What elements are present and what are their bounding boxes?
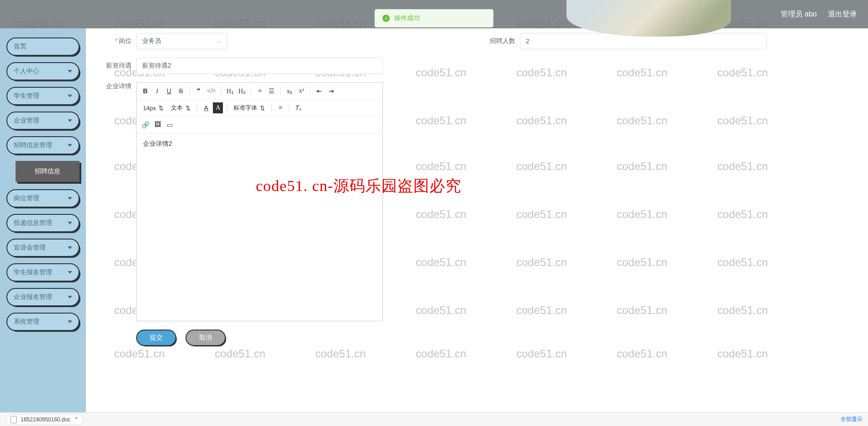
sidebar-item-label: 学生报名管理 — [14, 268, 52, 277]
updown-icon: ⇅ — [159, 105, 164, 112]
show-all-downloads[interactable]: 全部显示 — [841, 415, 863, 423]
sidebar-item-label: 招聘信息管理 — [14, 141, 52, 149]
user-label[interactable]: 管理员 abo — [781, 10, 817, 19]
position-label: 岗位 — [100, 37, 132, 45]
sidebar-item-profile[interactable]: 个人中心 — [6, 62, 79, 80]
underline-icon[interactable]: U — [164, 85, 174, 96]
sidebar: 首页 个人中心 学生管理 企业管理 招聘信息管理 招聘信息 岗位管理 投递信息管… — [0, 28, 86, 426]
chevron-down-icon — [68, 119, 72, 122]
ordered-list-icon[interactable]: ≡ — [255, 85, 265, 96]
position-select[interactable]: 业务员 ⌄ — [136, 33, 228, 49]
sidebar-item-label: 个人中心 — [14, 67, 39, 75]
download-bar: 1652240950160.doc ⌃ 全部显示 — [0, 412, 868, 426]
main-form: 岗位 业务员 ⌄ 招聘人数 薪资待遇 企业详情 B I U S ❞ </> — [86, 28, 868, 412]
chevron-up-icon: ⌃ — [74, 416, 79, 423]
headcount-label: 招聘人数 — [483, 37, 515, 45]
sidebar-item-label: 企业报名管理 — [14, 293, 52, 301]
sidebar-item-system-mgmt[interactable]: 系统管理 — [6, 313, 79, 331]
sidebar-item-label: 首页 — [14, 43, 26, 51]
sidebar-item-lecture-mgmt[interactable]: 宣讲会管理 — [6, 239, 79, 257]
font-color-icon[interactable]: A — [201, 102, 211, 113]
unordered-list-icon[interactable]: ☰ — [267, 85, 277, 96]
logout-link[interactable]: 退出登录 — [828, 10, 857, 19]
image-icon[interactable]: 🖼 — [153, 119, 163, 130]
strikethrough-icon[interactable]: S — [176, 85, 186, 96]
editor-toolbar: B I U S ❞ </> H₁ H₂ ≡ ☰ x₂ x² ⇤ ⇥ — [137, 83, 382, 100]
subscript-icon[interactable]: x₂ — [285, 85, 295, 96]
h2-icon[interactable]: H₂ — [237, 85, 247, 96]
chevron-down-icon — [68, 70, 72, 73]
sidebar-item-position-mgmt[interactable]: 岗位管理 — [6, 189, 79, 208]
italic-icon[interactable]: I — [152, 85, 162, 96]
code-icon[interactable]: </> — [206, 85, 217, 96]
download-filename: 1652240950160.doc — [21, 416, 70, 423]
toolbar-separator — [227, 104, 227, 112]
salary-label: 薪资待遇 — [100, 62, 132, 70]
fontsize-select[interactable]: 14px ⇅ — [140, 105, 166, 112]
toolbar-separator — [310, 87, 311, 95]
submit-button[interactable]: 提交 — [136, 330, 176, 346]
bg-color-icon[interactable]: A — [213, 102, 223, 113]
sidebar-item-label: 系统管理 — [14, 318, 39, 326]
sidebar-item-delivery-mgmt[interactable]: 投递信息管理 — [6, 214, 79, 232]
sidebar-item-label: 学生管理 — [14, 92, 39, 100]
fontfamily-select[interactable]: 标准字体 ⇅ — [231, 104, 268, 112]
updown-icon: ⇅ — [260, 105, 265, 112]
chevron-down-icon — [68, 197, 72, 200]
position-select-value: 业务员 — [142, 37, 161, 45]
superscript-icon[interactable]: x² — [296, 85, 307, 96]
sidebar-item-label: 宣讲会管理 — [14, 244, 46, 252]
rich-text-editor: B I U S ❞ </> H₁ H₂ ≡ ☰ x₂ x² ⇤ ⇥ — [136, 82, 383, 321]
h1-icon[interactable]: H₁ — [225, 85, 235, 96]
sidebar-item-label: 岗位管理 — [14, 194, 39, 202]
chevron-down-icon — [68, 320, 72, 323]
sidebar-subitem-recruit-info[interactable]: 招聘信息 — [16, 161, 79, 182]
sidebar-item-student-signup-mgmt[interactable]: 学生报名管理 — [6, 263, 79, 282]
sidebar-item-label: 企业管理 — [14, 117, 39, 125]
editor-body[interactable]: 企业详情2 — [137, 133, 382, 321]
outdent-icon[interactable]: ⇥ — [326, 85, 336, 96]
sidebar-subitem-label: 招聘信息 — [35, 167, 60, 176]
toolbar-separator — [281, 87, 281, 95]
toolbar-separator — [190, 87, 190, 95]
paragraph-select[interactable]: 文本 ⇅ — [168, 104, 193, 112]
editor-toolbar-3: 🔗 🖼 ▭ — [137, 117, 382, 133]
success-toast: ✓ 操作成功 — [375, 9, 493, 27]
chevron-down-icon — [68, 95, 72, 97]
sidebar-item-student-mgmt[interactable]: 学生管理 — [6, 87, 79, 105]
chevron-down-icon — [68, 271, 72, 274]
sidebar-item-recruit-mgmt[interactable]: 招聘信息管理 — [6, 136, 79, 154]
toast-text: 操作成功 — [394, 14, 420, 22]
link-icon[interactable]: 🔗 — [140, 119, 151, 130]
updown-icon: ⇅ — [185, 105, 191, 112]
toolbar-separator — [289, 104, 290, 112]
toolbar-separator — [271, 104, 272, 112]
video-icon[interactable]: ▭ — [164, 119, 175, 130]
chevron-down-icon — [68, 144, 72, 147]
sidebar-item-home[interactable]: 首页 — [6, 37, 79, 56]
detail-label: 企业详情 — [100, 82, 132, 91]
cancel-button[interactable]: 取消 — [185, 330, 226, 346]
toolbar-separator — [197, 104, 197, 112]
align-icon[interactable]: ≡ — [275, 102, 286, 113]
file-icon — [11, 416, 17, 423]
sidebar-item-enterprise-mgmt[interactable]: 企业管理 — [6, 112, 79, 130]
download-item[interactable]: 1652240950160.doc ⌃ — [5, 414, 84, 425]
chevron-down-icon — [68, 296, 72, 298]
clear-format-icon[interactable]: Tₓ — [293, 102, 303, 113]
bold-icon[interactable]: B — [140, 85, 150, 96]
check-circle-icon: ✓ — [382, 15, 390, 22]
toolbar-separator — [251, 87, 251, 95]
quote-icon[interactable]: ❞ — [194, 85, 204, 96]
chevron-down-icon: ⌄ — [217, 38, 222, 44]
chevron-down-icon — [68, 222, 72, 224]
salary-input[interactable] — [136, 58, 383, 74]
sidebar-item-enterprise-signup-mgmt[interactable]: 企业报名管理 — [6, 288, 79, 306]
toolbar-separator — [221, 87, 222, 95]
indent-icon[interactable]: ⇤ — [314, 85, 324, 96]
sidebar-item-label: 投递信息管理 — [14, 219, 52, 227]
editor-toolbar-2: 14px ⇅ 文本 ⇅ A A 标准字体 ⇅ ≡ Tₓ — [137, 100, 382, 117]
chevron-down-icon — [68, 246, 72, 249]
